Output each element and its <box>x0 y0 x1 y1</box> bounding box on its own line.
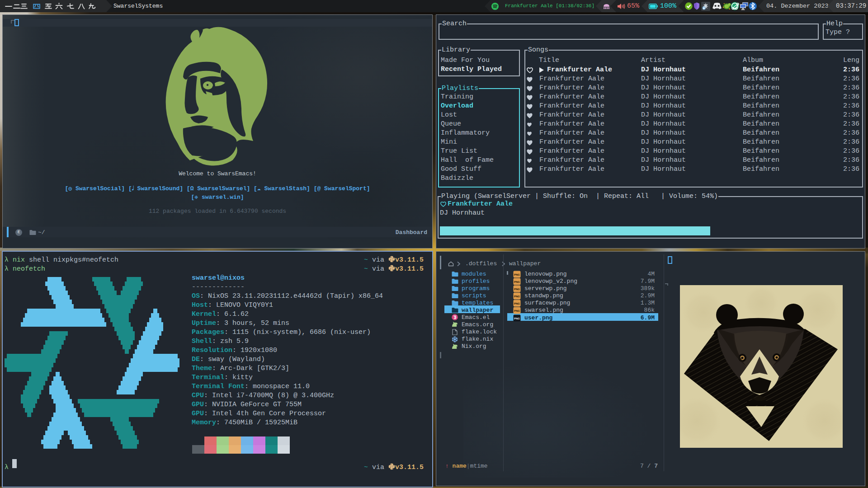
svg-text:PNG: PNG <box>514 317 520 319</box>
svg-text:PNG: PNG <box>514 295 520 297</box>
svg-text:PNG: PNG <box>514 302 520 305</box>
svg-text:PNG: PNG <box>514 287 520 290</box>
svg-text:PNG: PNG <box>514 309 520 312</box>
svg-text:PNG: PNG <box>514 273 520 276</box>
svg-text:PNG: PNG <box>514 280 520 283</box>
